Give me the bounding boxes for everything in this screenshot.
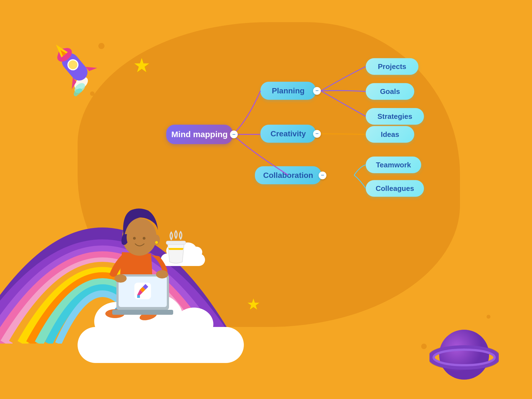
svg-point-23 xyxy=(439,330,489,380)
coffee-cup xyxy=(163,230,188,266)
svg-point-13 xyxy=(155,241,158,244)
svg-point-18 xyxy=(114,274,127,283)
star-1: ★ xyxy=(133,54,150,77)
star-2: ★ xyxy=(247,295,260,313)
node-creativity: Creativity − xyxy=(260,125,316,143)
dot-2 xyxy=(90,91,94,96)
node-planning: Planning − xyxy=(260,82,316,100)
svg-point-11 xyxy=(143,237,145,240)
svg-rect-17 xyxy=(112,310,173,315)
node-planning-collapse-btn[interactable]: − xyxy=(313,87,321,95)
planet-illustration xyxy=(429,321,499,382)
svg-point-19 xyxy=(156,270,168,278)
node-collaboration-collapse-btn[interactable]: − xyxy=(319,172,326,179)
node-goals: Goals xyxy=(366,83,414,100)
node-center: Mind mapping − xyxy=(166,125,233,144)
svg-point-10 xyxy=(133,237,136,240)
node-projects: Projects xyxy=(366,58,418,75)
node-teamwork: Teamwork xyxy=(366,157,421,173)
node-strategies: Strategies xyxy=(366,108,424,125)
dot-1 xyxy=(98,43,104,49)
node-ideas: Ideas xyxy=(366,126,414,143)
mindmap-container: Mind mapping − Planning − Creativity − C… xyxy=(166,44,485,216)
node-colleagues: Colleagues xyxy=(366,180,424,197)
dot-5 xyxy=(487,315,490,319)
node-creativity-collapse-btn[interactable]: − xyxy=(313,130,321,138)
dot-4 xyxy=(421,344,427,349)
dot-3 xyxy=(244,316,249,321)
node-center-collapse-btn[interactable]: − xyxy=(230,131,238,138)
node-collaboration: Collaboration − xyxy=(255,166,321,184)
svg-rect-20 xyxy=(166,241,186,244)
